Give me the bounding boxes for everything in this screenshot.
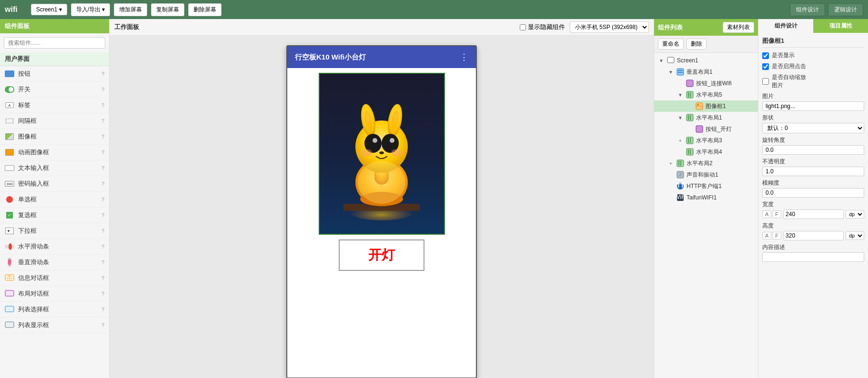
show-hidden-label[interactable]: 显示隐藏组件	[520, 23, 565, 31]
checkbox-icon: ✓	[5, 210, 14, 220]
tree-item-http1[interactable]: HTTP HTTP客户端1	[654, 180, 758, 192]
component-item-switch[interactable]: 开关 ?	[0, 82, 109, 98]
delete-component-btn[interactable]: 删除	[686, 39, 707, 50]
phone-on-button[interactable]: 开灯	[368, 246, 395, 264]
prop-visible: 是否显示	[762, 51, 864, 60]
component-item-layout-dialog[interactable]: 布局对话框 ?	[0, 286, 109, 302]
hbox4-icon	[686, 148, 694, 156]
prop-visible-label: 是否显示	[772, 51, 810, 60]
tree-label-btn-wifi: 按钮_连接Wifi	[696, 80, 732, 88]
prop-image: 图片	[762, 92, 864, 111]
component-tree-content: ▼ Screen1 ▼ 垂直布局1	[654, 53, 758, 378]
phone-image-frame	[319, 73, 445, 235]
radio-icon	[5, 195, 14, 204]
device-selector[interactable]: 小米手机 5SP (392x698)	[570, 21, 649, 33]
tree-toggle-hbox1[interactable]: ▼	[677, 114, 684, 121]
tab-component-design[interactable]: 组件设计	[758, 19, 813, 33]
tree-item-hbox3[interactable]: + 水平布局3	[654, 135, 758, 146]
component-design-btn[interactable]: 组件设计	[790, 3, 825, 16]
tree-item-vbox1[interactable]: ▼ 垂直布局1	[654, 66, 758, 78]
copy-screen-btn[interactable]: 复制屏幕	[151, 3, 184, 16]
component-item-hslider[interactable]: 水平滑动条 ?	[0, 239, 109, 255]
tree-toggle-hbox5[interactable]: ▼	[677, 91, 684, 98]
component-label: 垂直滑动条	[18, 258, 98, 267]
hbox5-icon	[686, 90, 694, 99]
prop-content-desc-input[interactable]	[762, 252, 864, 262]
password-input-icon	[5, 179, 14, 189]
screen-icon	[666, 56, 675, 65]
tree-toggle-screen1[interactable]: ▼	[658, 57, 665, 64]
tree-item-hbox5[interactable]: ▼ 水平布局5	[654, 89, 758, 100]
rename-btn[interactable]: 重命名	[658, 39, 684, 50]
prop-height: 高度 A F dp %	[762, 222, 864, 240]
prop-opacity-input[interactable]	[762, 167, 864, 176]
tree-toggle-vbox1[interactable]: ▼	[667, 69, 674, 75]
prop-autoresize-checkbox[interactable]	[762, 78, 769, 85]
tree-item-hbox4[interactable]: 水平布局4	[654, 146, 758, 158]
component-label: 间隔框	[18, 117, 98, 125]
prop-opacity-label: 不透明度	[762, 158, 864, 166]
tree-item-image1[interactable]: 图像框1	[654, 100, 758, 112]
logic-design-btn[interactable]: 逻辑设计	[828, 3, 863, 16]
prop-height-a-btn[interactable]: A	[762, 232, 771, 239]
component-label: 按钮	[18, 70, 98, 78]
tree-item-hbox1[interactable]: ▼ 水平布局1	[654, 112, 758, 123]
prop-width-a-btn[interactable]: A	[762, 210, 771, 218]
add-screen-btn[interactable]: 增加屏幕	[114, 3, 147, 16]
tree-toggle-hbox3[interactable]: +	[677, 137, 684, 144]
anim-image-icon	[5, 148, 14, 157]
tree-label-image1: 图像框1	[706, 102, 726, 110]
svg-rect-24	[677, 69, 684, 75]
prop-rotation-input[interactable]	[762, 145, 864, 155]
svg-point-20	[361, 149, 372, 157]
component-item-dropdown[interactable]: ▼ 下拉框 ?	[0, 223, 109, 239]
svg-rect-43	[677, 160, 684, 167]
materials-list-btn[interactable]: 素材列表	[723, 22, 754, 33]
component-item-image[interactable]: 图像框 ?	[0, 129, 109, 145]
phone-frame: 行空板K10 Wifi小台灯 ⋮	[286, 45, 477, 378]
component-item-list-select[interactable]: 列表选择框 ?	[0, 302, 109, 318]
tree-item-hbox2[interactable]: + 水平布局2	[654, 158, 758, 169]
tree-item-btn-light[interactable]: 按钮_开灯	[654, 123, 758, 135]
prop-blur-input[interactable]	[762, 188, 864, 198]
delete-screen-btn[interactable]: 删除屏幕	[188, 3, 222, 16]
tree-item-btn-wifi[interactable]: 按钮_连接Wifi	[654, 78, 758, 89]
prop-height-f-btn[interactable]: F	[772, 232, 781, 239]
prop-height-unit[interactable]: dp %	[846, 231, 864, 240]
component-item-radio[interactable]: 单选框 ?	[0, 192, 109, 208]
tree-item-audio1[interactable]: ♪ 声音和振动1	[654, 169, 758, 180]
import-export-btn[interactable]: 导入/导出 ▾	[71, 3, 111, 16]
prop-clickable-checkbox[interactable]	[762, 63, 769, 70]
prop-image-input[interactable]	[762, 101, 864, 111]
phone-header: 行空板K10 Wifi小台灯 ⋮	[287, 46, 476, 68]
component-label: 图像框	[18, 132, 98, 141]
image-icon	[5, 132, 14, 141]
phone-menu-icon[interactable]: ⋮	[460, 52, 468, 62]
component-item-checkbox[interactable]: ✓ 复选框 ?	[0, 208, 109, 223]
prop-width-f-btn[interactable]: F	[772, 210, 781, 218]
tree-item-taifun1[interactable]: WiFi TaifunWiFI1	[654, 192, 758, 203]
component-label: 信息对话框	[18, 274, 98, 282]
search-input[interactable]	[4, 37, 105, 49]
component-item-button[interactable]: 按钮 ?	[0, 66, 109, 82]
prop-width-input[interactable]	[783, 209, 844, 219]
show-hidden-checkbox[interactable]	[520, 24, 526, 30]
prop-shape-select[interactable]: 默认：0	[762, 123, 864, 133]
component-item-textinput[interactable]: 文本输入框 ?	[0, 160, 109, 176]
component-item-pwinput[interactable]: 密码输入框 ?	[0, 176, 109, 192]
component-tree-header: 组件列表 素材列表	[654, 19, 758, 36]
component-item-label[interactable]: A 标签 ?	[0, 98, 109, 113]
prop-height-input[interactable]	[783, 231, 844, 240]
tab-item-props[interactable]: 项目属性	[813, 19, 868, 33]
component-item-vslider[interactable]: 垂直滑动条 ?	[0, 255, 109, 270]
component-item-spacer[interactable]: 间隔框 ?	[0, 113, 109, 129]
component-item-info-dialog[interactable]: ⚠ 信息对话框 ?	[0, 270, 109, 286]
tree-label-btn-light: 按钮_开灯	[706, 125, 732, 133]
component-item-anim-image[interactable]: 动画图像框 ?	[0, 145, 109, 160]
tree-item-screen1[interactable]: ▼ Screen1	[654, 55, 758, 66]
component-item-list-view[interactable]: 列表显示框 ?	[0, 318, 109, 333]
screen-selector-btn[interactable]: Screen1 ▾	[31, 4, 67, 15]
prop-width-unit[interactable]: dp %	[846, 210, 864, 219]
tree-toggle-hbox2[interactable]: +	[667, 160, 674, 167]
prop-visible-checkbox[interactable]	[762, 52, 769, 59]
